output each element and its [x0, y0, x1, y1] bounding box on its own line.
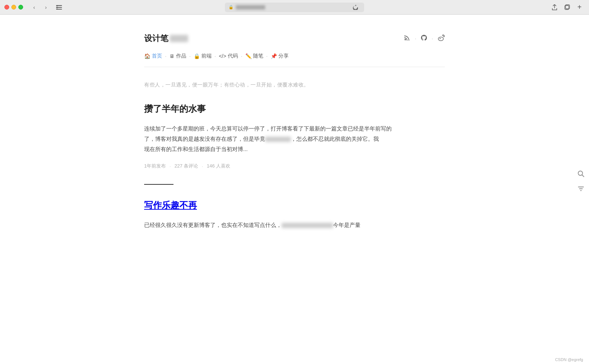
- titlebar: ‹ › 🔒: [0, 0, 589, 15]
- minimize-button[interactable]: [11, 5, 16, 10]
- nav-frontend-label: 前端: [201, 53, 212, 59]
- site-title: 设计笔: [144, 33, 188, 44]
- back-button[interactable]: ‹: [29, 3, 39, 11]
- nav-sep-5: ·: [266, 53, 268, 59]
- article-2: 写作乐趣不再 已经很久很久没有更新博客了，也实在不知道写点什么，今年是产量: [144, 199, 445, 230]
- article-1-title: 攒了半年的水事: [144, 103, 445, 115]
- new-tab-button[interactable]: +: [574, 3, 585, 11]
- address-bar[interactable]: 🔒: [225, 3, 364, 12]
- site-title-text: 设计笔: [144, 33, 168, 44]
- article-2-title-link[interactable]: 写作乐趣不再: [144, 200, 197, 210]
- article-1-meta: 1年前发布 · 227 条评论 · 146 人喜欢: [144, 163, 445, 169]
- header-divider: [144, 67, 445, 67]
- code-icon: </>: [219, 53, 226, 59]
- nav-notes-label: 随笔: [253, 53, 263, 59]
- weibo-icon[interactable]: [438, 34, 445, 43]
- nav-works-label: 作品: [176, 53, 186, 59]
- article-1: 攒了半年的水事 连续加了一个多星期的班，今天总算可以停一停了，打开博客看了下最新…: [144, 103, 445, 169]
- article-1-body-line1: 连续加了一个多星期的班，今天总算可以停一停了，打开博客看了下最新的一篇文章已经是…: [144, 125, 392, 132]
- article-separator: [144, 184, 173, 185]
- article-1-body: 连续加了一个多星期的班，今天总算可以停一停了，打开博客看了下最新的一篇文章已经是…: [144, 124, 445, 154]
- article-2-blur: [282, 223, 333, 228]
- icon-sep-2: ·: [432, 36, 433, 41]
- site-title-blur: [170, 35, 188, 42]
- titlebar-right: +: [549, 3, 585, 11]
- header-icons: · ·: [404, 34, 445, 43]
- article-1-blur: [265, 137, 291, 142]
- traffic-lights: [4, 5, 23, 10]
- maximize-button[interactable]: [18, 5, 23, 10]
- nav-code-label: 代码: [228, 53, 238, 59]
- nav-sep-4: ·: [241, 53, 242, 59]
- meta-sep-2: ·: [202, 163, 203, 169]
- nav-share-label: 分享: [278, 53, 289, 59]
- nav-sep-3: ·: [215, 53, 216, 59]
- svg-point-7: [438, 37, 443, 41]
- article-2-title: 写作乐趣不再: [144, 199, 445, 211]
- address-bar-container: 🔒: [225, 3, 364, 12]
- article-1-likes: 146 人喜欢: [207, 163, 230, 169]
- svg-point-6: [405, 39, 406, 40]
- article-1-time: 1年前发布: [144, 163, 166, 169]
- copy-window-button[interactable]: [562, 3, 572, 11]
- svg-rect-3: [56, 5, 58, 10]
- nav-share[interactable]: 📌 分享: [271, 53, 289, 59]
- nav-sep-2: ·: [189, 53, 191, 59]
- frontend-icon: 🔒: [194, 53, 200, 59]
- quote-section: 有些人，一旦遇见，便一眼万年；有些心动，一旦开始，便覆水难收。: [144, 74, 445, 97]
- works-icon: 🖥: [169, 53, 175, 59]
- bottom-bar-text: CSDN @egrefg: [555, 357, 583, 362]
- article-1-body-line4: 现在所有的工作和生活都源自于当初对博...: [144, 146, 248, 152]
- article-2-body: 已经很久很久没有更新博客了，也实在不知道写点什么，今年是产量: [144, 220, 445, 230]
- address-blur: [236, 5, 265, 10]
- icon-sep-1: ·: [415, 36, 416, 41]
- site-nav: 🏠 首页 · 🖥 作品 · 🔒 前端 · </> 代码 · ✏️ 随笔 · 📌 …: [144, 53, 445, 59]
- nav-works[interactable]: 🖥 作品: [169, 53, 186, 59]
- article-2-body-line2: 今年是产量: [333, 222, 361, 228]
- svg-line-10: [582, 175, 584, 177]
- nav-sep-1: ·: [165, 53, 167, 59]
- github-icon[interactable]: [421, 34, 427, 43]
- right-sidebar: [573, 164, 589, 200]
- page-content: 设计笔 · ·: [137, 15, 452, 251]
- nav-notes[interactable]: ✏️ 随笔: [245, 53, 263, 59]
- home-icon: 🏠: [144, 53, 150, 59]
- reload-button[interactable]: [350, 3, 361, 11]
- close-button[interactable]: [4, 5, 9, 10]
- nav-code[interactable]: </> 代码: [219, 53, 238, 59]
- notes-icon: ✏️: [245, 53, 252, 59]
- bottom-bar: CSDN @egrefg: [549, 355, 589, 364]
- article-1-title-link[interactable]: 攒了半年的水事: [144, 104, 206, 114]
- lock-icon: 🔒: [228, 5, 234, 10]
- filter-icon[interactable]: [577, 185, 585, 194]
- article-1-comments: 227 条评论: [175, 163, 198, 169]
- nav-home-label: 首页: [152, 53, 162, 59]
- sidebar-toggle-button[interactable]: [54, 3, 64, 11]
- nav-frontend[interactable]: 🔒 前端: [194, 53, 212, 59]
- quote-text: 有些人，一旦遇见，便一眼万年；有些心动，一旦开始，便覆水难收。: [144, 82, 309, 88]
- nav-home[interactable]: 🏠 首页: [144, 53, 162, 59]
- search-icon[interactable]: [577, 170, 585, 179]
- forward-button[interactable]: ›: [41, 3, 51, 11]
- article-1-body-line2: 了，博客对我真的是越发没有存在感了，但是毕竟: [144, 136, 265, 142]
- svg-point-8: [440, 38, 441, 39]
- nav-buttons: ‹ ›: [29, 3, 51, 11]
- article-1-body-line3: ，怎么都不忍就此彻底的关掉它。我: [291, 136, 379, 142]
- site-header: 设计笔 · ·: [144, 33, 445, 44]
- share-nav-icon: 📌: [271, 53, 277, 59]
- share-button[interactable]: [549, 3, 560, 11]
- article-2-body-line1: 已经很久很久没有更新博客了，也实在不知道写点什么，: [144, 222, 282, 228]
- rss-icon[interactable]: [404, 34, 410, 43]
- meta-sep-1: ·: [169, 163, 171, 169]
